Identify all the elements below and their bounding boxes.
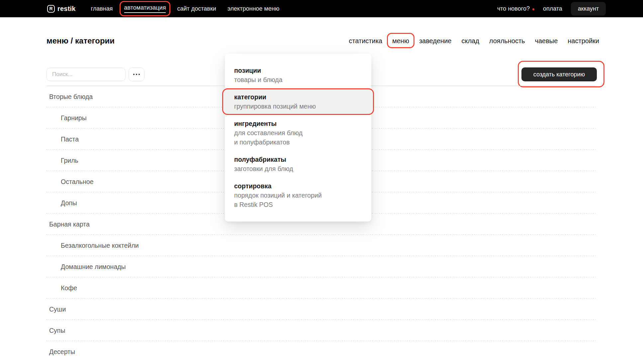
restik-logo-text: restik bbox=[57, 5, 76, 13]
menu-dropdown-item-sorting[interactable]: сортировка порядок позиций и категорий в… bbox=[225, 177, 371, 213]
dropdown-item-title: полуфабрикаты bbox=[234, 155, 362, 164]
topbar-nav-automation-label: автоматизация bbox=[124, 4, 166, 13]
section-nav: статистика меню заведение склад лояльнос… bbox=[349, 37, 599, 45]
category-label: Допы bbox=[61, 199, 77, 207]
search-input[interactable] bbox=[46, 68, 126, 81]
whats-new-label: что нового? bbox=[497, 5, 530, 12]
dropdown-item-subtitle: заготовки для блюд bbox=[234, 164, 362, 173]
category-row[interactable]: Домашние лимонады bbox=[46, 256, 596, 277]
restik-logo[interactable]: R restik bbox=[47, 5, 76, 13]
section-nav-loyalty[interactable]: лояльность bbox=[489, 37, 525, 45]
account-button[interactable]: аккаунт bbox=[571, 2, 606, 16]
category-label: Остальное bbox=[61, 178, 93, 186]
topbar-nav-emenu[interactable]: электронное меню bbox=[228, 5, 279, 12]
category-row[interactable]: Десерты bbox=[46, 341, 596, 362]
category-label: Паста bbox=[61, 136, 79, 143]
dropdown-item-subtitle: группировка позиций меню bbox=[234, 102, 362, 111]
category-label: Барная карта bbox=[49, 221, 90, 228]
category-label: Гарниры bbox=[61, 114, 87, 122]
section-nav-settings[interactable]: настройки bbox=[568, 37, 599, 45]
category-label: Суши bbox=[49, 306, 66, 313]
section-nav-statistics[interactable]: статистика bbox=[349, 37, 382, 45]
category-row[interactable]: Супы bbox=[46, 320, 596, 341]
section-nav-menu-label: меню bbox=[392, 37, 409, 45]
create-category-button[interactable]: создать категорию bbox=[521, 67, 597, 81]
menu-dropdown-item-categories[interactable]: категории группировка позиций меню bbox=[222, 88, 374, 115]
restik-logo-icon: R bbox=[47, 5, 55, 13]
menu-dropdown-item-positions[interactable]: позиции товары и блюда bbox=[225, 62, 371, 88]
topbar-nav-main[interactable]: главная bbox=[91, 5, 113, 12]
menu-dropdown-item-ingredients[interactable]: ингредиенты для составления блюд и полуф… bbox=[225, 115, 371, 151]
dropdown-item-title: позиции bbox=[234, 66, 362, 75]
dropdown-item-title: ингредиенты bbox=[234, 119, 362, 128]
topbar-nav: главная автоматизация сайт доставки элек… bbox=[91, 4, 280, 13]
dropdown-item-subtitle: для составления блюд и полуфабрикатов bbox=[234, 128, 362, 147]
category-label: Кофе bbox=[61, 284, 77, 292]
restik-admin-screen: R restik главная автоматизация сайт дост… bbox=[0, 0, 643, 364]
payment-link[interactable]: оплата bbox=[543, 5, 562, 12]
dropdown-item-title: категории bbox=[234, 92, 362, 102]
notification-dot-icon bbox=[532, 8, 534, 10]
topbar-nav-automation[interactable]: автоматизация bbox=[124, 4, 166, 13]
section-nav-tips[interactable]: чаевые bbox=[535, 37, 558, 45]
menu-dropdown: позиции товары и блюда категории группир… bbox=[225, 54, 371, 222]
page-title: меню / категории bbox=[46, 36, 115, 46]
page-header: меню / категории статистика меню заведен… bbox=[46, 32, 599, 50]
section-nav-menu[interactable]: меню bbox=[392, 37, 409, 45]
whats-new-link[interactable]: что нового? bbox=[497, 5, 534, 12]
dropdown-item-subtitle: товары и блюда bbox=[234, 75, 362, 84]
topbar: R restik главная автоматизация сайт дост… bbox=[0, 0, 643, 17]
category-label: Супы bbox=[49, 327, 65, 334]
dropdown-item-title: сортировка bbox=[234, 181, 362, 191]
category-label: Гриль bbox=[61, 157, 78, 164]
more-options-button[interactable] bbox=[129, 67, 144, 81]
topbar-nav-delivery-site[interactable]: сайт доставки bbox=[177, 5, 216, 12]
category-row[interactable]: Суши bbox=[46, 299, 596, 320]
section-nav-stock[interactable]: склад bbox=[461, 37, 479, 45]
category-label: Домашние лимонады bbox=[61, 263, 126, 271]
topbar-right: что нового? оплата аккаунт bbox=[497, 2, 606, 16]
create-category-wrap: создать категорию bbox=[521, 67, 597, 81]
category-label: Вторые блюда bbox=[49, 93, 93, 101]
ellipsis-icon bbox=[136, 74, 138, 75]
category-label: Безалкогольные коктейли bbox=[61, 242, 139, 249]
category-row[interactable]: Безалкогольные коктейли bbox=[46, 235, 596, 256]
dropdown-item-subtitle: порядок позиций и категорий в Restik POS bbox=[234, 191, 362, 209]
section-nav-venue[interactable]: заведение bbox=[419, 37, 452, 45]
category-row[interactable]: Кофе bbox=[46, 277, 596, 299]
menu-dropdown-item-semifinished[interactable]: полуфабрикаты заготовки для блюд bbox=[225, 151, 371, 177]
category-label: Десерты bbox=[49, 348, 75, 356]
